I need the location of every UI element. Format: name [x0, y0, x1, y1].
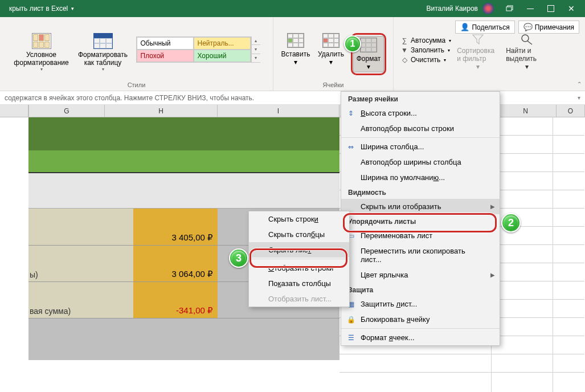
- window-restore-down-icon[interactable]: [500, 0, 520, 17]
- menu-row-height[interactable]: ⇕Высота строки...: [341, 105, 500, 121]
- autosum-label: Автосумма: [411, 36, 445, 44]
- find-label: Найти и выделить: [506, 47, 548, 63]
- insert-label: Вставить: [281, 50, 310, 58]
- row-label-3: вая сумма): [30, 307, 71, 316]
- cell-band-header1: [28, 117, 339, 150]
- menu-hide-show-label: Скрыть или отобразить: [361, 202, 441, 211]
- group-label-styles: Стили: [128, 81, 146, 88]
- cell-h-val1[interactable]: 3 405,00 ₽: [133, 232, 213, 243]
- delete-button[interactable]: Удалить ▾: [316, 32, 346, 67]
- menu-section-visibility: Видимость: [341, 185, 500, 199]
- menu-autofit-width[interactable]: Автоподбор ширины столбца: [341, 154, 500, 170]
- group-cells: Вставить ▾ Удалить ▾ Формат ▾ Ячейки: [273, 17, 394, 91]
- window-maximize-icon[interactable]: [541, 0, 561, 17]
- menu-hide-show[interactable]: Скрыть или отобразить▶: [341, 199, 500, 214]
- condfmt-label: Условное форматирование: [14, 51, 68, 67]
- menu-col-width-label: Ширина столбца...: [361, 142, 424, 151]
- svg-rect-1: [506, 7, 512, 11]
- menu-tabcolor-label: Цвет ярлычка: [361, 271, 408, 279]
- conditional-formatting-icon: [32, 33, 51, 49]
- col-header-h[interactable]: H: [105, 105, 218, 117]
- submenu-show-cols[interactable]: Показать столбцы: [249, 276, 349, 291]
- sort-filter-button[interactable]: Сортировка и фильтр▾: [456, 32, 500, 72]
- format-as-table-button[interactable]: Форматировать как таблицу▾: [75, 32, 132, 73]
- chevron-down-icon: ▾: [329, 58, 333, 66]
- window-minimize-icon[interactable]: [520, 0, 541, 17]
- funnel-icon: [471, 33, 485, 46]
- user-name[interactable]: Виталий Каиров: [426, 5, 478, 13]
- menu-autofit-w-label: Автоподбор ширины столбца: [361, 158, 461, 166]
- submenu-hide-rows[interactable]: Скрыть строки: [249, 211, 349, 227]
- insert-icon: [287, 33, 304, 48]
- styles-more-button[interactable]: ▴▾▾: [251, 36, 260, 63]
- svg-point-2: [522, 35, 529, 42]
- menu-tab-color[interactable]: Цвет ярлычка▶: [341, 267, 500, 283]
- menu-protect-sheet[interactable]: ▦Защитить лист...: [341, 296, 500, 312]
- submenu-show-sheet-label: Отобразить лист...: [268, 295, 332, 303]
- format-label: Формат: [357, 55, 381, 63]
- submenu-hide-cols[interactable]: Скрыть столбцы: [249, 227, 349, 242]
- search-icon: [519, 33, 534, 46]
- format-icon: [360, 38, 377, 52]
- ribbon: 👤Поделиться 💬Примечания Условное формати…: [0, 17, 585, 91]
- submenu-show-sheet: Отобразить лист...: [249, 291, 349, 307]
- fill-down-icon: ▼: [400, 46, 408, 54]
- chevron-down-icon: ▾: [40, 67, 43, 72]
- clear-label: Очистить: [411, 56, 440, 64]
- insert-button[interactable]: Вставить ▾: [280, 32, 311, 67]
- astable-label: Форматировать как таблицу: [76, 51, 130, 67]
- menu-move-label: Переместить или скопировать лист...: [361, 247, 485, 264]
- col-header-o[interactable]: О: [557, 105, 585, 117]
- submenu-arrow-icon: ▶: [490, 203, 495, 210]
- col-width-icon: ⇔: [346, 142, 356, 152]
- col-header-i[interactable]: I: [218, 105, 339, 117]
- fill-button[interactable]: ▼Заполнить▾: [400, 46, 451, 54]
- svg-line-3: [527, 41, 532, 44]
- cell-h-val2[interactable]: 3 064,00 ₽: [133, 269, 213, 279]
- chevron-down-icon: ▾: [367, 63, 370, 71]
- cell-band-col2: [133, 209, 218, 318]
- clear-button[interactable]: ◇Очистить▾: [400, 56, 451, 64]
- col-header-n[interactable]: N: [495, 105, 557, 117]
- style-bad[interactable]: Плохой: [137, 50, 194, 62]
- style-neutral[interactable]: Нейтраль...: [194, 37, 251, 50]
- window-close-icon[interactable]: ✕: [561, 0, 582, 17]
- cell-band-bottom: [28, 318, 218, 360]
- title-dropdown-icon[interactable]: ▾: [71, 6, 74, 11]
- group-editing: ∑Автосумма▾ ▼Заполнить▾ ◇Очистить▾ Сорти…: [394, 17, 556, 91]
- titlebar: крыть лист в Excel ▾ Виталий Каиров ✕: [0, 0, 585, 17]
- col-header-g[interactable]: G: [28, 105, 105, 117]
- eraser-icon: ◇: [400, 56, 408, 64]
- menu-row-height-rest: ысота строки...: [366, 109, 417, 117]
- delete-label: Удалить: [318, 50, 344, 58]
- menu-rename-label: Переименовать лист: [361, 231, 432, 240]
- menu-move-copy-sheet[interactable]: Переместить или скопировать лист...: [341, 243, 500, 267]
- sigma-icon: ∑: [400, 36, 408, 44]
- cell-h-val3[interactable]: -341,00 ₽: [133, 305, 213, 316]
- menu-lock-cell[interactable]: 🔒Блокировать ячейку: [341, 312, 500, 327]
- select-all-corner[interactable]: [0, 105, 28, 117]
- menu-format-cells[interactable]: ☰Формат ячеек...: [341, 330, 500, 345]
- cell-band-col1: [28, 209, 133, 318]
- namebox-dropdown-icon[interactable]: ▾: [578, 95, 580, 101]
- find-select-button[interactable]: Найти и выделить▾: [505, 32, 549, 72]
- submenu-arrow-icon: ▶: [490, 272, 495, 278]
- cell-styles-gallery[interactable]: Обычный Нейтраль... Плохой Хороший: [136, 36, 251, 63]
- collapse-ribbon-icon[interactable]: ⌃: [577, 81, 582, 87]
- marker-1: 1: [344, 35, 361, 52]
- menu-col-width[interactable]: ⇔Ширина столбца...: [341, 139, 500, 154]
- highlight-frame-2: [343, 213, 497, 232]
- avatar[interactable]: [482, 3, 494, 14]
- table-icon: [93, 33, 113, 49]
- conditional-formatting-button[interactable]: Условное форматирование▾: [13, 32, 70, 73]
- menu-default-width[interactable]: Ширина по умолчанию...: [341, 170, 500, 185]
- delete-icon: [322, 33, 339, 48]
- highlight-frame-3: [249, 248, 347, 268]
- window-title: крыть лист в Excel: [9, 5, 68, 13]
- autosum-button[interactable]: ∑Автосумма▾: [400, 36, 451, 44]
- fill-label: Заполнить: [411, 46, 444, 54]
- style-normal[interactable]: Обычный: [137, 37, 194, 50]
- menu-autofit-height[interactable]: Автоподбор высоты строки: [341, 121, 500, 136]
- style-good[interactable]: Хороший: [194, 50, 251, 62]
- cell-band-header2: [28, 150, 339, 173]
